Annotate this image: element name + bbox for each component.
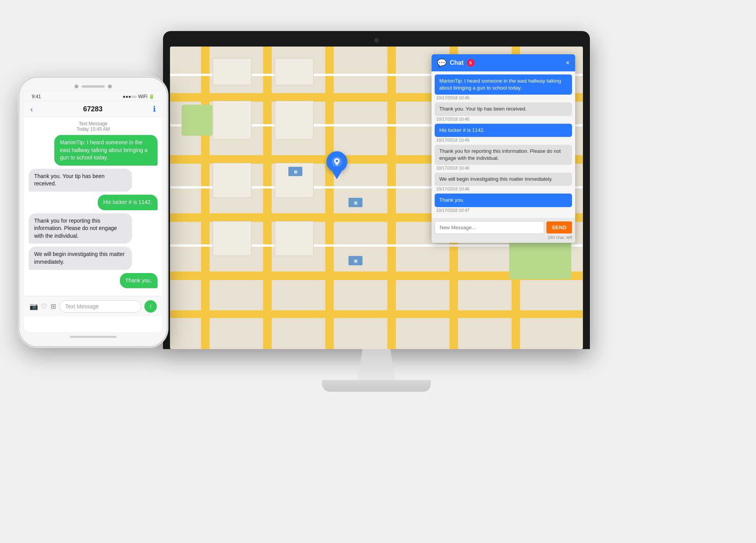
- chat-bubble-sent-1: MarionTip: I heard someone in the east h…: [435, 74, 572, 95]
- chat-message-1: MarionTip: I heard someone in the east h…: [435, 74, 572, 100]
- phone-screen: 9:41 ●●●○○ WiFi 🔋 ‹ 67283 ℹ Text Message…: [24, 92, 162, 332]
- phone-bottom-bar: 📷 ♡ ⊞ Text Message ↑: [24, 296, 162, 316]
- phone-home-indicator[interactable]: [70, 336, 116, 338]
- chat-bubble-sent-3: His locker # is 1142.: [435, 124, 572, 137]
- monitor-stand-base: [322, 380, 431, 392]
- phone-bubble-received-4: Thank you for reporting this information…: [29, 213, 132, 244]
- chat-message-5: We will begin investigating this matter …: [435, 173, 572, 191]
- phone-heart-icon[interactable]: ♡: [41, 302, 47, 311]
- chat-bubble-received-5: We will begin investigating this matter …: [435, 173, 572, 186]
- phone-bubble-received-2: Thank you. Your tip has been received.: [29, 169, 132, 192]
- chat-input-row: SEND: [435, 221, 572, 234]
- map-pin: [325, 151, 349, 182]
- chat-char-count: 160 char. left: [435, 235, 572, 240]
- phone-nav-bar: ‹ 67283 ℹ: [24, 101, 162, 117]
- phone-signal: ●●●○○ WiFi 🔋: [123, 94, 154, 99]
- phone-speaker: [81, 85, 105, 88]
- phone-back-button[interactable]: ‹: [30, 105, 33, 114]
- phone-message-header: Text Message Today 10:45 AM: [24, 117, 162, 133]
- chat-timestamp-5: 10/17/2018 10:46: [435, 187, 572, 191]
- chat-header-left: 💬 Chat 5: [437, 58, 475, 67]
- chat-bubble-received-4: Thank you for reporting this information…: [435, 145, 572, 165]
- phone-input-placeholder: Text Message: [65, 303, 99, 310]
- phone-camera: [75, 85, 78, 88]
- chat-timestamp-6: 10/17/2018 10:47: [435, 208, 572, 213]
- phone-send-button[interactable]: ↑: [144, 300, 157, 313]
- chat-badge: 5: [467, 59, 475, 67]
- chat-messages-container: MarionTip: I heard someone in the east h…: [432, 71, 575, 218]
- chat-timestamp-1: 10/17/2018 10:45: [435, 95, 572, 100]
- phone-camera-2: [108, 85, 112, 88]
- map-pin-tail: [332, 171, 342, 179]
- monitor: ▦ ▦ ▦ ▦ ▦: [163, 31, 590, 392]
- phone: 9:41 ●●●○○ WiFi 🔋 ‹ 67283 ℹ Text Message…: [19, 78, 167, 346]
- phone-bubble-sent-6: Thank you.: [120, 273, 158, 289]
- chat-header: 💬 Chat 5 ×: [432, 54, 575, 71]
- chat-timestamp-2: 10/17/2018 10:45: [435, 117, 572, 121]
- map-pin-bubble: [326, 151, 347, 172]
- chat-bubble-icon: 💬: [437, 58, 447, 67]
- phone-apps-icon[interactable]: ⊞: [50, 302, 56, 311]
- monitor-bezel: ▦ ▦ ▦ ▦ ▦: [163, 31, 590, 349]
- phone-bubble-sent-3: His locker # is 1142.: [98, 195, 158, 210]
- phone-time: 9:41: [32, 94, 41, 99]
- chat-panel: 💬 Chat 5 × MarionTip: I heard someone in…: [432, 54, 575, 243]
- phone-info-button[interactable]: ℹ: [153, 104, 156, 114]
- phone-message-input[interactable]: Text Message: [59, 300, 141, 313]
- chat-send-button[interactable]: SEND: [546, 221, 572, 233]
- phone-bubble-sent-1: MarionTip: I heard someone in the east h…: [54, 135, 158, 166]
- phone-status-bar: 9:41 ●●●○○ WiFi 🔋: [24, 92, 162, 101]
- chat-message-4: Thank you for reporting this information…: [435, 145, 572, 170]
- phone-messages-container: MarionTip: I heard someone in the east h…: [24, 133, 162, 290]
- phone-camera-icon[interactable]: 📷: [29, 302, 38, 311]
- chat-title: Chat: [450, 59, 464, 66]
- phone-bubble-received-5: We will begin investigating this matter …: [29, 247, 132, 270]
- phone-send-arrow-icon: ↑: [149, 303, 152, 310]
- phone-contact-number: 67283: [83, 105, 102, 113]
- monitor-stand-neck: [353, 349, 400, 380]
- chat-close-button[interactable]: ×: [565, 59, 570, 66]
- chat-timestamp-3: 10/17/2018 10:45: [435, 138, 572, 142]
- map-background: ▦ ▦ ▦ ▦ ▦: [170, 47, 583, 349]
- chat-bubble-sent-6: Thank you.: [435, 194, 572, 207]
- chat-footer: SEND 160 char. left: [432, 218, 575, 243]
- phone-msg-time: Today 10:45 AM: [24, 126, 162, 132]
- phone-msg-type: Text Message: [24, 121, 162, 126]
- phone-top-bar: [24, 85, 162, 88]
- chat-bubble-received-2: Thank you. Your tip has been received.: [435, 102, 572, 116]
- chat-message-3: His locker # is 1142. 10/17/2018 10:45: [435, 124, 572, 142]
- chat-message-6: Thank you. 10/17/2018 10:47: [435, 194, 572, 212]
- monitor-screen: ▦ ▦ ▦ ▦ ▦: [170, 47, 583, 349]
- svg-point-1: [336, 160, 338, 162]
- chat-timestamp-4: 10/17/2018 10:46: [435, 166, 572, 170]
- chat-message-2: Thank you. Your tip has been received. 1…: [435, 102, 572, 121]
- chat-message-input[interactable]: [435, 221, 544, 234]
- phone-body: 9:41 ●●●○○ WiFi 🔋 ‹ 67283 ℹ Text Message…: [19, 78, 167, 346]
- monitor-camera: [374, 38, 379, 43]
